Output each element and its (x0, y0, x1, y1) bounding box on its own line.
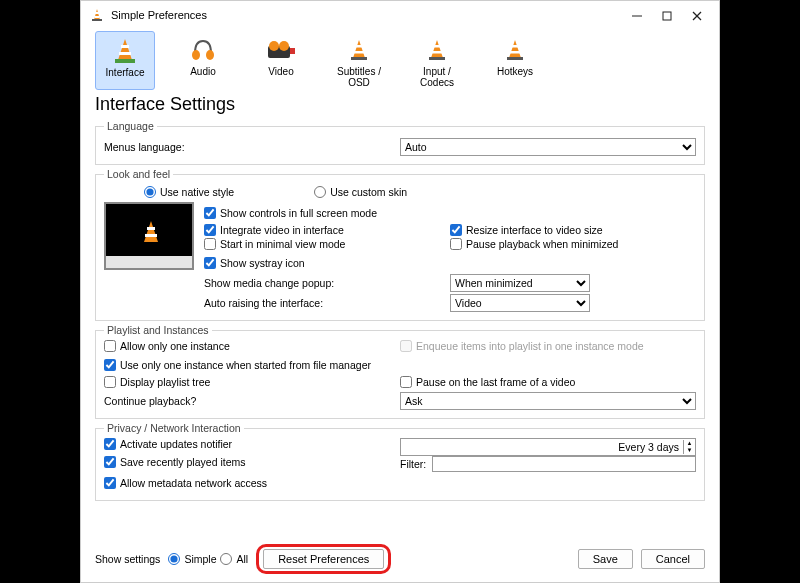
tab-input-codecs[interactable]: Input / Codecs (407, 31, 467, 90)
film-icon (262, 35, 300, 65)
tab-label: Input / Codecs (407, 66, 467, 88)
auto-raise-label: Auto raising the interface: (204, 297, 450, 309)
auto-raise-select[interactable]: Video (450, 294, 590, 312)
continue-playback-label: Continue playback? (104, 395, 400, 407)
interface-preview (104, 202, 194, 270)
updates-notifier-checkbox[interactable]: Activate updates notifier (104, 438, 232, 450)
tab-label: Interface (106, 67, 145, 78)
skin-native-radio[interactable]: Use native style (144, 186, 234, 198)
cancel-button[interactable]: Cancel (641, 549, 705, 569)
updates-interval-spinbox[interactable]: Every 3 days▲▼ (400, 438, 696, 456)
svg-marker-18 (353, 40, 365, 58)
show-simple-radio[interactable]: Simple (168, 553, 216, 565)
svg-rect-5 (663, 12, 671, 20)
legend-privacy: Privacy / Network Interaction (104, 422, 244, 434)
svg-rect-20 (354, 51, 364, 54)
reset-highlight: Reset Preferences (256, 544, 391, 574)
svg-rect-23 (434, 45, 441, 48)
app-icon (89, 7, 105, 23)
enqueue-checkbox: Enqueue items into playlist in one insta… (400, 340, 644, 352)
page-title: Interface Settings (81, 90, 719, 117)
fullscreen-controls-checkbox[interactable]: Show controls in full screen mode (204, 207, 377, 219)
svg-rect-11 (115, 59, 135, 63)
settings-content: Language Menus language: Auto Look and f… (81, 117, 719, 540)
window-controls (631, 8, 705, 22)
show-settings-group: Show settings Simple All (95, 553, 248, 565)
systray-checkbox[interactable]: Show systray icon (204, 257, 305, 269)
svg-point-13 (206, 50, 214, 60)
filter-label: Filter: (400, 458, 426, 470)
one-instance-fm-checkbox[interactable]: Use only one instance when started from … (104, 359, 371, 371)
svg-marker-0 (94, 9, 100, 20)
footer-bar: Show settings Simple All Reset Preferenc… (81, 540, 719, 582)
pause-minimized-checkbox[interactable]: Pause playback when minimized (450, 238, 618, 250)
pause-last-frame-checkbox[interactable]: Pause on the last frame of a video (400, 376, 575, 388)
headphones-icon (184, 35, 222, 65)
show-settings-label: Show settings (95, 553, 160, 565)
group-language: Language Menus language: Auto (95, 120, 705, 165)
svg-rect-32 (145, 234, 157, 237)
group-playlist: Playlist and Instances Allow only one in… (95, 324, 705, 419)
tab-subtitles[interactable]: Subtitles / OSD (329, 31, 389, 90)
cone-icon (106, 36, 144, 66)
metadata-access-checkbox[interactable]: Allow metadata network access (104, 477, 267, 489)
save-button[interactable]: Save (578, 549, 633, 569)
group-look-and-feel: Look and feel Use native style Use custo… (95, 168, 705, 321)
tab-label: Audio (190, 66, 216, 77)
cone-icon (418, 35, 456, 65)
preferences-window: Simple Preferences Interface Audio Video… (80, 0, 720, 583)
tab-label: Video (268, 66, 293, 77)
svg-point-15 (269, 41, 279, 51)
svg-rect-10 (119, 52, 131, 55)
minimize-button[interactable] (631, 8, 645, 22)
menus-language-label: Menus language: (104, 141, 400, 153)
svg-rect-19 (356, 45, 363, 48)
playlist-tree-checkbox[interactable]: Display playlist tree (104, 376, 210, 388)
resize-interface-checkbox[interactable]: Resize interface to video size (450, 224, 603, 236)
media-popup-select[interactable]: When minimized (450, 274, 590, 292)
media-popup-label: Show media change popup: (204, 277, 450, 289)
svg-marker-30 (144, 221, 158, 242)
integrate-video-checkbox[interactable]: Integrate video in interface (204, 224, 344, 236)
cone-icon (340, 35, 378, 65)
minimal-view-checkbox[interactable]: Start in minimal view mode (204, 238, 345, 250)
svg-rect-9 (121, 45, 129, 48)
svg-point-12 (192, 50, 200, 60)
skin-custom-radio[interactable]: Use custom skin (314, 186, 407, 198)
legend-playlist: Playlist and Instances (104, 324, 212, 336)
titlebar: Simple Preferences (81, 1, 719, 29)
legend-look: Look and feel (104, 168, 173, 180)
tab-interface[interactable]: Interface (95, 31, 155, 90)
menus-language-select[interactable]: Auto (400, 138, 696, 156)
svg-point-16 (279, 41, 289, 51)
svg-marker-26 (509, 40, 521, 58)
group-privacy: Privacy / Network Interaction Activate u… (95, 422, 705, 501)
close-button[interactable] (691, 8, 705, 22)
one-instance-checkbox[interactable]: Allow only one instance (104, 340, 230, 352)
cone-icon (496, 35, 534, 65)
svg-rect-31 (147, 227, 155, 230)
svg-rect-27 (512, 45, 519, 48)
tab-audio[interactable]: Audio (173, 31, 233, 90)
tab-hotkeys[interactable]: Hotkeys (485, 31, 545, 90)
filter-input[interactable] (432, 456, 696, 472)
svg-marker-8 (118, 39, 132, 60)
reset-preferences-button[interactable]: Reset Preferences (263, 549, 384, 569)
svg-rect-21 (351, 57, 367, 60)
tab-video[interactable]: Video (251, 31, 311, 90)
svg-rect-25 (429, 57, 445, 60)
svg-marker-22 (431, 40, 443, 58)
svg-rect-2 (95, 16, 100, 18)
svg-rect-28 (510, 51, 520, 54)
maximize-button[interactable] (661, 8, 675, 22)
show-all-radio[interactable]: All (220, 553, 248, 565)
save-recent-checkbox[interactable]: Save recently played items (104, 456, 245, 468)
svg-rect-29 (507, 57, 523, 60)
continue-playback-select[interactable]: Ask (400, 392, 696, 410)
svg-rect-17 (290, 48, 295, 54)
category-tabs: Interface Audio Video Subtitles / OSD In… (81, 29, 719, 90)
tab-label: Hotkeys (497, 66, 533, 77)
svg-rect-1 (95, 12, 99, 14)
svg-rect-24 (432, 51, 442, 54)
window-title: Simple Preferences (111, 9, 631, 21)
